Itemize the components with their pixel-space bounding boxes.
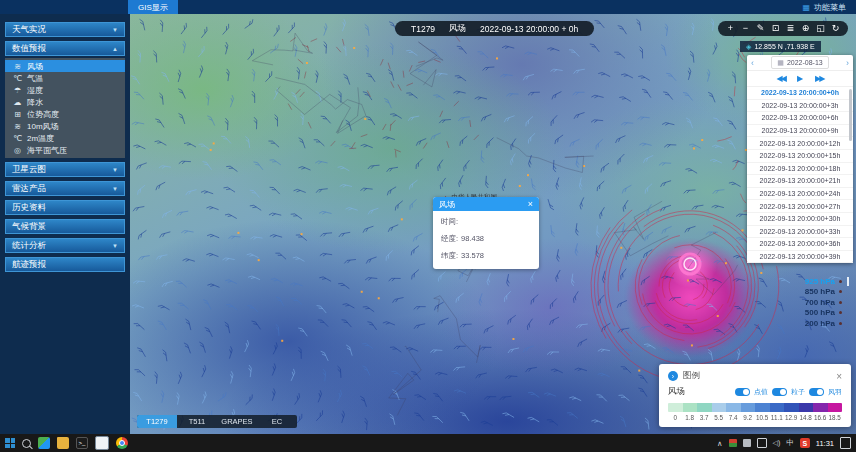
app-icon[interactable] [38,437,50,449]
date-picker[interactable]: ▦ 2022-08-13 [771,56,828,69]
popup-body: 时间: 经度: 98.438 纬度: 33.578 [433,211,539,269]
popup-header[interactable]: 风场 × [433,197,539,211]
thermometer-icon: ℃ [13,134,22,143]
model-tab-ec[interactable]: EC [257,415,297,428]
point-value-toggle[interactable] [735,388,750,396]
security-tray-icon[interactable] [729,439,737,447]
timeline-scrollbar[interactable] [849,89,852,141]
file-explorer-icon[interactable] [57,437,69,449]
timestep-item[interactable]: 2022-09-13 20:00:00+24h [747,188,853,201]
sidebar-item-wind-field[interactable]: ≋ 风场 [5,60,125,72]
sidebar-group-satellite[interactable]: 卫星云图 ▼ [5,162,125,177]
tray-app-icon[interactable] [743,439,751,447]
timestep-item[interactable]: 2022-09-13 20:00:00+6h [747,112,853,125]
basemap-globe-icon[interactable]: ⊕ [798,21,813,36]
timestep-item[interactable]: 2022-09-13 20:00:00+33h [747,226,853,239]
ime-indicator[interactable]: 中 [786,438,794,448]
sidebar-item-sea-level-pressure[interactable]: ◎ 海平面气压 [5,144,125,156]
wind-barb-toggle[interactable] [809,388,824,396]
sidebar-item-precipitation[interactable]: ☁ 降水 [5,96,125,108]
sidebar-item-2m-temperature[interactable]: ℃ 2m温度 [5,132,125,144]
level-label: 925 hPa [805,277,835,286]
document-app-icon[interactable] [95,436,109,450]
group-label: 天气实况 [12,24,46,36]
timestep-item[interactable]: 2022-09-13 20:00:00+21h [747,175,853,188]
timestep-item[interactable]: 2022-09-13 20:00:00+9h [747,125,853,138]
zoom-out-icon[interactable]: − [738,21,753,36]
layers-icon[interactable]: ≣ [783,21,798,36]
sidebar-group-track-forecast[interactable]: 航迹预报 [5,257,125,272]
grid-height-icon: ⊞ [13,110,22,119]
volume-icon[interactable]: ◁) [773,439,781,447]
collapse-arrow-icon[interactable]: › [668,371,678,381]
prev-day-icon[interactable]: ‹ [751,58,754,68]
timestep-item[interactable]: 2022-09-13 20:00:00+39h [747,251,853,264]
date-value: 2022-08-13 [787,59,823,66]
sidebar-group-climate[interactable]: 气候背景 [5,219,125,234]
sidebar-group-weather-live[interactable]: 天气实况 ▼ [5,22,125,37]
function-menu-button[interactable]: ▦ 功能菜单 [802,0,846,14]
notification-center-icon[interactable] [840,437,851,449]
reset-view-icon[interactable]: ↻ [828,21,843,36]
tab-gis-display[interactable]: GIS显示 [128,0,178,14]
model-tab-t511[interactable]: T511 [177,415,217,428]
model-tab-grapes[interactable]: GRAPES [217,415,257,428]
popup-field-time: 时间: [441,217,531,227]
start-button[interactable] [5,438,15,448]
legend-tick: 9.2 [741,414,756,421]
measure-icon[interactable]: ✎ [753,21,768,36]
group-label: 航迹预报 [12,259,46,271]
point-value-label: 点值 [754,387,768,397]
current-layer-header: T1279 风场 2022-09-13 20:00:00 + 0h [395,21,594,36]
sidebar-group-history[interactable]: 历史资料 [5,200,125,215]
particle-label: 粒子 [791,387,805,397]
model-tab-t1279[interactable]: T1279 [137,415,177,428]
sidebar: 天气实况 ▼ 数值预报 ▲ ≋ 风场 ℃ 气温 ☂ 湿度 ☁ 降水 [0,14,130,434]
level-500hpa[interactable]: 500 hPa [786,308,850,319]
popup-field-latitude: 纬度: 33.578 [441,251,531,261]
timestep-item[interactable]: 2022-09-13 20:00:00+36h [747,238,853,251]
sogou-input-icon[interactable]: S [800,438,810,448]
rewind-icon[interactable]: ◀◀ [777,74,785,83]
level-850hpa[interactable]: 850 hPa [786,287,850,298]
forward-icon[interactable]: ▶▶ [815,74,823,83]
chrome-icon[interactable] [116,437,128,449]
ramp-segment [726,403,741,412]
group-label: 卫星云图 [12,164,46,176]
particle-toggle[interactable] [772,388,787,396]
sidebar-item-10m-wind[interactable]: ≋ 10m风场 [5,120,125,132]
level-700hpa[interactable]: 700 hPa [786,297,850,308]
level-label: 200 hPa [805,319,835,328]
sidebar-item-humidity[interactable]: ☂ 湿度 [5,84,125,96]
cursor-coordinates: ◈ 12.855 N ,71.938 E [740,41,821,52]
select-region-icon[interactable]: ◱ [813,21,828,36]
timestep-item[interactable]: 2022-09-13 20:00:00+12h [747,137,853,150]
level-925hpa[interactable]: 925 hPa [786,276,850,287]
timestep-item[interactable]: 2022-09-13 20:00:00+30h [747,213,853,226]
sidebar-item-geopotential-height[interactable]: ⊞ 位势高度 [5,108,125,120]
display-tray-icon[interactable] [757,438,767,448]
timestep-item[interactable]: 2022-09-13 20:00:00+3h [747,100,853,113]
sidebar-group-numerical-forecast[interactable]: 数值预报 ▲ [5,41,125,56]
timestep-item[interactable]: 2022-09-13 20:00:00+15h [747,150,853,163]
tray-expand-icon[interactable]: ∧ [717,439,723,448]
sidebar-group-radar[interactable]: 雷达产品 ▼ [5,181,125,196]
playback-controls: ◀◀ ▶ ▶▶ [747,71,853,87]
export-image-icon[interactable]: ⊡ [768,21,783,36]
valid-time: 2022-09-13 20:00:00 + 0h [480,24,578,34]
search-icon[interactable] [22,439,31,448]
timestep-item[interactable]: 2022-09-13 20:00:00+18h [747,163,853,176]
close-icon[interactable]: × [528,199,533,209]
item-label: 位势高度 [27,109,59,120]
close-icon[interactable]: × [836,371,842,382]
timestep-item[interactable]: 2022-09-13 20:00:00+27h [747,200,853,213]
next-day-icon[interactable]: › [846,58,849,68]
clock[interactable]: 11:31 [816,439,834,448]
timestep-item[interactable]: 2022-09-13 20:00:00+0h [747,87,853,100]
terminal-icon[interactable]: >_ [76,437,88,449]
level-200hpa[interactable]: 200 hPa [786,318,850,329]
sidebar-group-statistics[interactable]: 统计分析 ▼ [5,238,125,253]
zoom-in-icon[interactable]: + [723,21,738,36]
play-icon[interactable]: ▶ [797,74,803,83]
sidebar-item-temperature[interactable]: ℃ 气温 [5,72,125,84]
